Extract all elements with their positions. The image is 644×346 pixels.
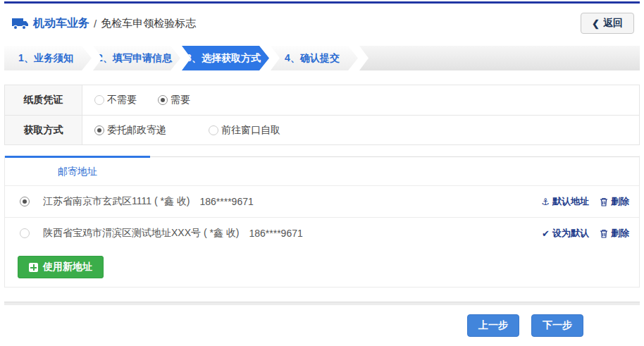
step-4-confirm-submit[interactable]: 4、确认提交 xyxy=(271,46,358,70)
action-label: 删除 xyxy=(611,195,629,208)
step-label: 2、填写申请信息 xyxy=(97,52,172,65)
address-phone: 186****9671 xyxy=(249,228,302,239)
address-row-1[interactable]: 江苏省南京市玄武区1111 ( *鑫 收) 186****9671 ⚓ 默认地址… xyxy=(5,185,639,217)
truck-icon xyxy=(11,18,28,30)
radio-unchecked-icon[interactable] xyxy=(209,125,218,135)
wizard-footer: 上一步 下一步 xyxy=(0,314,644,337)
check-icon: ✔ xyxy=(542,228,550,239)
button-label: 使用新地址 xyxy=(43,261,92,273)
radio-option-no-need[interactable]: 不需要 xyxy=(94,94,137,106)
radio-unchecked-icon[interactable] xyxy=(94,95,104,105)
step-2-fill-info[interactable]: 2、填写申请信息 xyxy=(93,46,180,70)
tabs-rest xyxy=(150,156,639,185)
next-step-button[interactable]: 下一步 xyxy=(531,314,583,337)
address-text: 江苏省南京市玄武区1111 ( *鑫 收) xyxy=(43,195,190,208)
radio-checked-icon[interactable] xyxy=(20,197,30,206)
trash-icon xyxy=(600,197,608,206)
anchor-icon: ⚓ xyxy=(541,197,550,207)
options-form: 纸质凭证 不需要 需要 获取方式 委托邮政寄递 前往窗口自取 xyxy=(4,85,640,145)
step-label: 4、确认提交 xyxy=(285,52,340,65)
form-row-paper-voucher: 纸质凭证 不需要 需要 xyxy=(5,85,639,115)
radio-checked-icon[interactable] xyxy=(158,95,168,105)
radio-label: 需要 xyxy=(171,94,190,106)
form-label: 获取方式 xyxy=(5,116,82,144)
form-row-obtain-method: 获取方式 委托邮政寄递 前往窗口自取 xyxy=(5,115,639,144)
set-default-button[interactable]: ✔ 设为默认 xyxy=(542,227,589,240)
previous-step-button[interactable]: 上一步 xyxy=(467,314,519,337)
address-phone: 186****9671 xyxy=(199,196,253,207)
mailing-address-panel: 邮寄地址 江苏省南京市玄武区1111 ( *鑫 收) 186****9671 ⚓… xyxy=(4,156,640,288)
step-3-choose-method[interactable]: 3、选择获取方式 xyxy=(182,46,269,70)
tab-mailing-address[interactable]: 邮寄地址 xyxy=(5,156,150,185)
address-tabs: 邮寄地址 xyxy=(5,156,639,185)
default-address-button[interactable]: ⚓ 默认地址 xyxy=(541,195,589,208)
steps-tail xyxy=(359,46,640,70)
page-title: 机动车业务 xyxy=(33,16,89,31)
footer-divider xyxy=(4,302,640,305)
step-label: 3、选择获取方式 xyxy=(186,52,261,65)
back-button[interactable]: ❮ 返回 xyxy=(581,13,634,34)
radio-label: 不需要 xyxy=(107,94,137,106)
radio-unchecked-icon[interactable] xyxy=(20,228,30,238)
page-header: 机动车业务 / 免检车申领检验标志 ❮ 返回 xyxy=(0,4,644,42)
radio-label: 委托邮政寄递 xyxy=(107,124,166,137)
form-label: 纸质凭证 xyxy=(5,85,82,115)
plus-icon xyxy=(29,263,38,272)
trash-icon xyxy=(600,229,608,238)
radio-option-window-pickup[interactable]: 前往窗口自取 xyxy=(209,124,280,137)
action-label: 默认地址 xyxy=(552,195,589,208)
back-button-label: 返回 xyxy=(603,17,623,30)
radio-option-need[interactable]: 需要 xyxy=(158,94,190,106)
address-row-2[interactable]: 陕西省宝鸡市渭滨区测试地址XXX号 ( *鑫 收) 186****9671 ✔ … xyxy=(5,217,639,249)
breadcrumb-separator: / xyxy=(94,18,97,30)
action-label: 删除 xyxy=(611,227,629,240)
use-new-address-button[interactable]: 使用新地址 xyxy=(18,256,104,278)
radio-label: 前往窗口自取 xyxy=(221,124,280,137)
delete-address-button[interactable]: 删除 xyxy=(600,227,629,240)
radio-checked-icon[interactable] xyxy=(94,125,104,135)
radio-option-postal-delivery[interactable]: 委托邮政寄递 xyxy=(94,124,166,137)
action-label: 设为默认 xyxy=(552,227,589,240)
chevron-left-icon: ❮ xyxy=(592,18,600,29)
step-label: 1、业务须知 xyxy=(18,52,73,65)
tab-label: 邮寄地址 xyxy=(58,166,97,178)
wizard-steps: 1、业务须知 2、填写申请信息 3、选择获取方式 4、确认提交 xyxy=(4,46,640,70)
breadcrumb-current: 免检车申领检验标志 xyxy=(101,17,196,30)
address-text: 陕西省宝鸡市渭滨区测试地址XXX号 ( *鑫 收) xyxy=(43,227,239,240)
step-1-notice[interactable]: 1、业务须知 xyxy=(4,46,92,70)
delete-address-button[interactable]: 删除 xyxy=(600,195,629,208)
